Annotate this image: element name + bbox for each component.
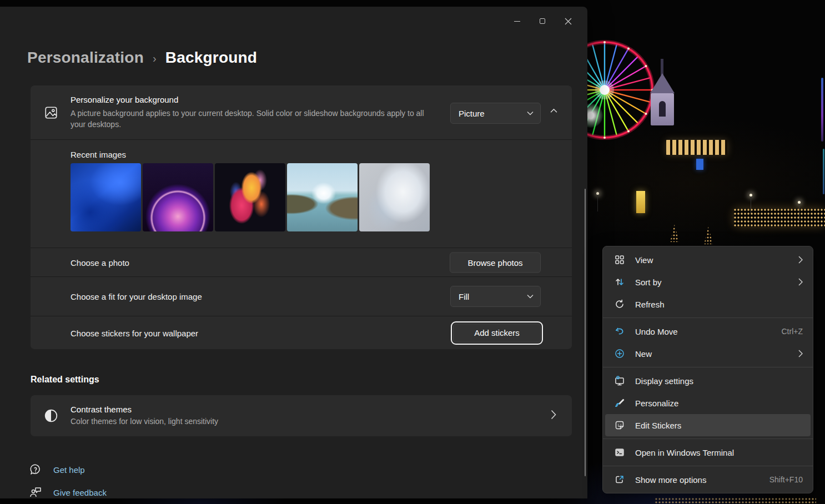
recent-image-thumbnail-4[interactable] xyxy=(287,163,358,231)
screen: Personalization › Background Personalize… xyxy=(0,0,825,504)
lit-tree xyxy=(704,226,713,244)
chevron-up-icon xyxy=(550,108,557,113)
recent-image-thumbnail-1[interactable] xyxy=(71,163,141,231)
collapse-expander-button[interactable] xyxy=(550,108,557,113)
menu-item-show-more-options[interactable]: Show more options Shift+F10 xyxy=(603,468,813,491)
personalize-background-card: Personalize your background A picture ba… xyxy=(31,85,572,140)
more-options-icon xyxy=(614,475,625,485)
add-stickers-button[interactable]: Add stickers xyxy=(453,324,541,342)
menu-item-view[interactable]: View xyxy=(603,249,813,271)
fit-dropdown[interactable]: Fill xyxy=(450,286,541,307)
string-lights-bottom xyxy=(655,498,816,504)
recent-image-thumbnail-5[interactable] xyxy=(359,163,430,231)
street-lamp xyxy=(596,192,599,195)
picture-icon xyxy=(44,105,58,120)
background-type-value: Picture xyxy=(459,109,485,118)
menu-separator xyxy=(603,439,813,439)
give-feedback-link[interactable]: Give feedback xyxy=(29,486,107,499)
card-description: A picture background applies to your cur… xyxy=(71,108,431,130)
menu-item-label: Display settings xyxy=(635,376,803,386)
related-settings-header: Related settings xyxy=(31,375,99,385)
menu-item-edit-stickers[interactable]: Edit Stickers xyxy=(605,414,811,436)
minimize-button[interactable] xyxy=(504,11,530,31)
breadcrumb-personalization[interactable]: Personalization xyxy=(27,49,144,67)
neon-edge-light-2 xyxy=(823,149,824,194)
contrast-themes-title: Contrast themes xyxy=(71,405,132,414)
street-lamp xyxy=(749,194,752,196)
menu-item-display-settings[interactable]: Display settings xyxy=(603,370,813,392)
settings-window: Personalization › Background Personalize… xyxy=(0,7,587,498)
maximize-button[interactable] xyxy=(530,11,555,31)
background-type-dropdown[interactable]: Picture xyxy=(450,103,541,124)
personalize-brush-icon xyxy=(614,398,625,408)
lit-window-blue xyxy=(696,159,703,170)
browse-photos-button[interactable]: Browse photos xyxy=(450,252,541,273)
menu-item-new[interactable]: New xyxy=(603,342,813,365)
menu-item-label: Edit Stickers xyxy=(635,421,803,430)
close-button[interactable] xyxy=(555,11,581,31)
lit-building-windows xyxy=(666,140,727,155)
recent-images-label: Recent images xyxy=(71,150,126,159)
help-bubble-icon xyxy=(29,463,42,476)
lit-tree xyxy=(670,224,679,242)
give-feedback-label: Give feedback xyxy=(53,488,107,497)
chevron-right-icon xyxy=(798,350,803,357)
contrast-themes-subtitle: Color themes for low vision, light sensi… xyxy=(71,417,218,426)
menu-item-refresh[interactable]: Refresh xyxy=(603,293,813,315)
scrollbar[interactable] xyxy=(585,189,586,476)
maximize-icon xyxy=(540,18,545,24)
menu-separator xyxy=(603,367,813,367)
menu-item-label: Sort by xyxy=(635,278,792,287)
recent-images-section: Recent images xyxy=(31,140,572,248)
refresh-icon xyxy=(614,299,625,309)
terminal-icon xyxy=(614,447,625,457)
church-steeple xyxy=(650,59,675,125)
menu-item-label: Refresh xyxy=(635,300,803,309)
minimize-icon xyxy=(514,21,520,22)
choose-photo-row: Choose a photo Browse photos xyxy=(31,248,572,277)
string-lights-fence xyxy=(734,209,825,226)
menu-separator xyxy=(603,466,813,466)
breadcrumb: Personalization › Background xyxy=(27,49,257,67)
card-title: Personalize your background xyxy=(71,95,178,104)
menu-item-sort-by[interactable]: Sort by xyxy=(603,271,813,293)
get-help-link[interactable]: Get help xyxy=(29,463,85,476)
choose-fit-row: Choose a fit for your desktop image Fill xyxy=(31,277,572,316)
menu-item-label: Show more options xyxy=(635,475,763,485)
sort-arrows-icon xyxy=(614,277,625,287)
recent-image-thumbnail-3[interactable] xyxy=(215,163,285,231)
window-caption-buttons xyxy=(504,11,581,31)
chevron-down-icon xyxy=(527,294,534,299)
choose-fit-label: Choose a fit for your desktop image xyxy=(71,292,202,301)
breadcrumb-separator-icon: › xyxy=(153,52,157,65)
menu-item-personalize[interactable]: Personalize xyxy=(603,392,813,414)
view-grid-icon xyxy=(614,255,625,265)
menu-item-undo-move[interactable]: Undo Move Ctrl+Z xyxy=(603,320,813,342)
menu-separator xyxy=(603,317,813,318)
new-plus-icon xyxy=(614,349,625,359)
menu-item-label: Undo Move xyxy=(635,327,775,336)
add-stickers-focus-ring: Add stickers xyxy=(451,321,543,345)
get-help-label: Get help xyxy=(53,465,85,475)
menu-item-label: Open in Windows Terminal xyxy=(635,448,803,457)
choose-photo-label: Choose a photo xyxy=(71,258,129,267)
menu-item-label: New xyxy=(635,349,792,359)
recent-image-thumbnail-2[interactable] xyxy=(143,163,213,231)
page-title: Background xyxy=(165,49,257,67)
menu-item-label: View xyxy=(635,255,792,265)
choose-stickers-label: Choose stickers for your wallpaper xyxy=(71,328,198,337)
recent-images-row xyxy=(71,163,430,231)
contrast-themes-row[interactable]: Contrast themes Color themes for low vis… xyxy=(31,395,572,436)
chevron-right-icon xyxy=(551,410,556,420)
street-lamp xyxy=(798,201,801,204)
chevron-down-icon xyxy=(527,111,534,115)
undo-icon xyxy=(614,326,625,336)
menu-item-open-windows-terminal[interactable]: Open in Windows Terminal xyxy=(603,441,813,463)
chevron-right-icon xyxy=(798,256,803,264)
close-icon xyxy=(565,18,572,25)
feedback-person-icon xyxy=(29,486,42,499)
neon-edge-light xyxy=(821,78,823,142)
contrast-icon xyxy=(44,409,58,423)
chevron-right-icon xyxy=(798,278,803,286)
fit-dropdown-value: Fill xyxy=(459,292,469,301)
